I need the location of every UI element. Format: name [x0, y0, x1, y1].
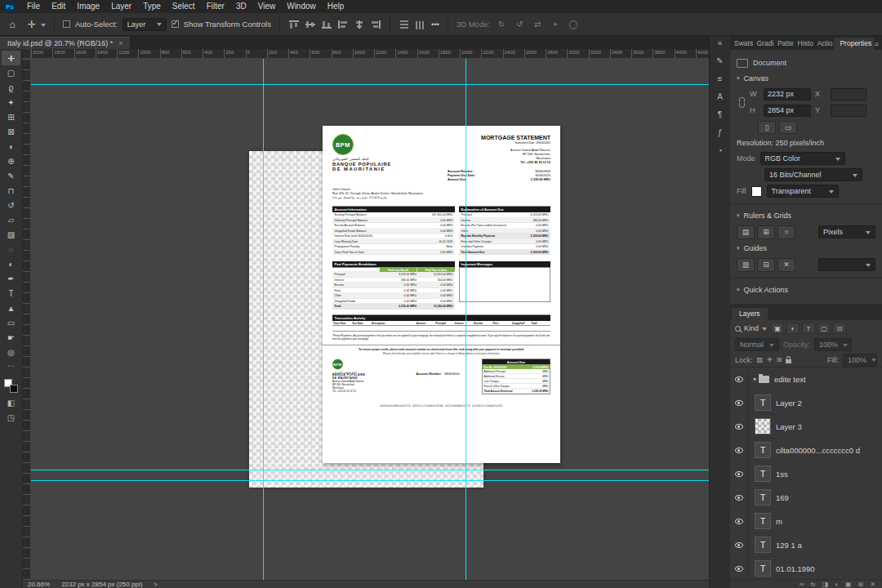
eraser-tool[interactable]: ▱: [2, 212, 20, 227]
layers-tab[interactable]: Layers: [732, 308, 768, 320]
layer-row-169[interactable]: 169: [730, 486, 882, 510]
add-layer-mask-icon[interactable]: ◨: [822, 581, 829, 588]
portrait-orientation-button[interactable]: ▯: [758, 121, 776, 134]
lock-pixels-icon[interactable]: ✛: [767, 356, 773, 363]
home-icon[interactable]: ⌂: [5, 19, 20, 30]
brush-tool[interactable]: ✎: [2, 168, 20, 183]
horizontal-guide-3[interactable]: [31, 480, 709, 481]
panel-tab[interactable]: Histo: [795, 38, 814, 50]
panel-tab[interactable]: Gradi: [755, 38, 774, 50]
visibility-cell[interactable]: [730, 439, 748, 461]
horizontal-guide-1[interactable]: [31, 84, 709, 85]
auto-select-checkbox[interactable]: [63, 20, 70, 28]
eye-icon[interactable]: [735, 471, 743, 477]
group-chevron-icon[interactable]: [753, 376, 756, 383]
vertical-guide-1[interactable]: [263, 59, 264, 580]
layer-name[interactable]: Layer 3: [776, 422, 802, 431]
eye-icon[interactable]: [735, 542, 743, 548]
3d-scale-icon[interactable]: ◯: [567, 20, 580, 29]
layer-row-cilta[interactable]: cilta000000...ccccccc0 d: [730, 439, 882, 462]
layer-effects-icon[interactable]: fx: [810, 581, 815, 588]
toggle-grid-icon[interactable]: ⊞: [757, 225, 775, 239]
collapse-panels-icon[interactable]: «: [718, 38, 723, 47]
layer-row-129-1-a[interactable]: 129 1 a: [730, 533, 882, 557]
canvas-section-header[interactable]: ▾ Canvas: [737, 71, 875, 86]
zoom-tool[interactable]: ◎: [2, 345, 20, 359]
toggle-snap-icon[interactable]: ⌗: [777, 225, 795, 239]
vertical-guide-2[interactable]: [466, 59, 466, 580]
toggle-rulers-icon[interactable]: ▤: [737, 225, 755, 239]
layer-name[interactable]: cilta000000...ccccccc0 d: [776, 446, 860, 455]
zoom-level[interactable]: 20.66%: [28, 581, 50, 588]
filter-smart-objects-icon[interactable]: ⊡: [833, 323, 846, 334]
blur-tool[interactable]: ◌: [2, 242, 20, 256]
move-tool[interactable]: ✛: [2, 51, 20, 65]
clear-guides-icon[interactable]: ✕: [777, 258, 795, 272]
eye-icon[interactable]: [735, 495, 743, 501]
align-right-edges-icon[interactable]: [370, 20, 381, 29]
layer-thumbnail[interactable]: [755, 466, 771, 482]
brush-settings-icon[interactable]: ✎: [716, 56, 723, 65]
vertical-ruler[interactable]: [23, 59, 31, 580]
panel-tab[interactable]: Actio: [815, 38, 834, 50]
layer-thumbnail[interactable]: [755, 394, 771, 411]
frame-tool[interactable]: ⊠: [2, 124, 20, 139]
visibility-cell[interactable]: [730, 368, 748, 390]
eye-icon[interactable]: [735, 424, 743, 430]
new-layer-icon[interactable]: ⊞: [858, 581, 864, 588]
layer-name[interactable]: m: [776, 517, 782, 526]
eye-icon[interactable]: [735, 448, 743, 453]
eyedropper-tool[interactable]: ◗: [2, 139, 20, 154]
align-bottom-edges-icon[interactable]: [321, 20, 332, 29]
visibility-cell[interactable]: [730, 415, 748, 438]
filter-type-layers-icon[interactable]: T: [802, 323, 815, 334]
layer-thumbnail[interactable]: [755, 560, 771, 577]
layer-row-01-01-1990[interactable]: 01.01.1990: [730, 557, 882, 579]
width-field[interactable]: 2232 px: [764, 88, 811, 100]
toggle-guides-icon[interactable]: ▥: [737, 258, 755, 272]
layer-row-layer-2[interactable]: Layer 2: [730, 391, 882, 415]
layer-name[interactable]: 129 1 a: [776, 541, 802, 550]
screen-mode-icon[interactable]: ◳: [7, 413, 15, 422]
menu-item[interactable]: Help: [322, 0, 350, 13]
menu-item[interactable]: Layer: [105, 0, 137, 13]
dodge-tool[interactable]: ◐: [2, 256, 20, 271]
show-transform-controls-checkbox[interactable]: [172, 20, 179, 28]
visibility-cell[interactable]: [730, 391, 748, 414]
layer-thumbnail[interactable]: [755, 513, 771, 529]
fill-opacity-select[interactable]: 100%: [843, 354, 877, 367]
align-left-edges-icon[interactable]: [337, 20, 349, 29]
menu-item[interactable]: Type: [137, 0, 167, 13]
layer-group-edite-text[interactable]: edite text: [730, 368, 882, 391]
lock-transparency-icon[interactable]: ▨: [757, 356, 764, 363]
delete-layer-icon[interactable]: ✕: [870, 581, 875, 588]
distribute-horizontally-icon[interactable]: [415, 20, 426, 29]
menu-item[interactable]: Image: [71, 0, 105, 13]
rectangle-tool[interactable]: ▭: [2, 315, 20, 330]
document-tab[interactable]: Italy id.psd @ 20.7% (RGB/16) * ×: [0, 37, 130, 49]
layer-thumbnail[interactable]: [755, 537, 771, 553]
auto-select-target-dropdown[interactable]: Layer: [122, 18, 167, 31]
3d-roll-icon[interactable]: ↺: [513, 20, 526, 29]
blend-mode-select[interactable]: Normal: [735, 338, 779, 351]
opacity-select[interactable]: 100%: [814, 338, 852, 351]
visibility-cell[interactable]: [730, 462, 748, 485]
layer-row-m[interactable]: m: [730, 510, 882, 533]
glyphs-panel-icon[interactable]: ƒ: [718, 128, 723, 137]
menu-item[interactable]: Select: [167, 0, 201, 13]
filter-shape-layers-icon[interactable]: ▢: [817, 323, 831, 334]
link-layers-icon[interactable]: ∞: [800, 581, 804, 588]
background-color-swatch[interactable]: [10, 385, 18, 393]
bit-depth-select[interactable]: 16 Bits/Channel: [764, 168, 862, 181]
visibility-cell[interactable]: [730, 510, 748, 532]
panel-tab[interactable]: Patte: [775, 38, 795, 50]
height-field[interactable]: 2854 px: [764, 105, 811, 117]
character-panel-icon[interactable]: A: [717, 92, 723, 101]
filter-pixel-layers-icon[interactable]: ▣: [771, 323, 784, 334]
panel-menu-icon[interactable]: ≡: [875, 40, 882, 50]
ruler-origin-box[interactable]: [23, 49, 31, 59]
3d-pan-icon[interactable]: ⇄: [531, 20, 544, 29]
fill-swatch[interactable]: [751, 186, 762, 197]
eye-icon[interactable]: [735, 376, 743, 382]
lock-position-icon[interactable]: ⊞: [777, 356, 782, 363]
